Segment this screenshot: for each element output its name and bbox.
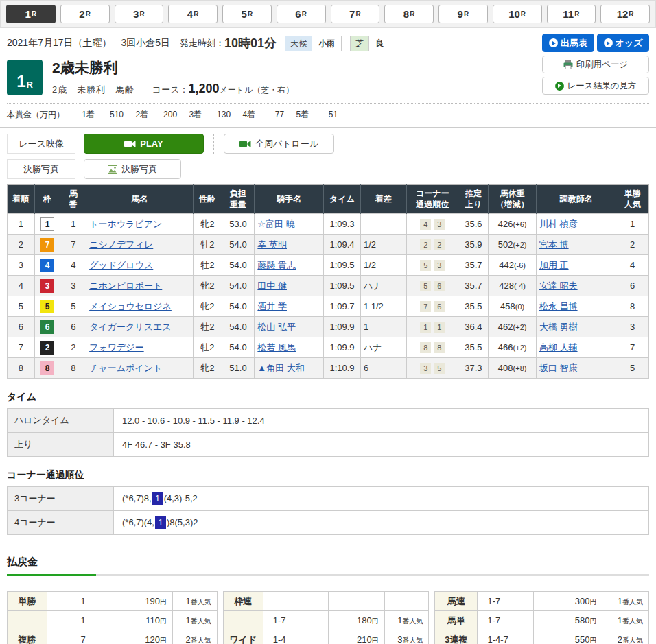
jockey-link[interactable]: 幸 英明	[257, 239, 287, 250]
table-row: 馬単 1-7 580円 1番人気	[435, 611, 649, 630]
race-tab-4[interactable]: 4R	[168, 5, 218, 23]
table-row: 3 4 4 グッドグロウス 牡2 54.0 藤懸 貴志 1:09.5 1/2 5…	[8, 255, 649, 276]
race-date: 2021年7月17日（土曜） 3回小倉5日	[7, 37, 170, 49]
section-title: 払戻金	[7, 556, 649, 569]
race-tab-11[interactable]: 11R	[547, 5, 596, 23]
horse-link[interactable]: トーホウラビアン	[89, 219, 162, 229]
horse-link[interactable]: メイショウセロジネ	[89, 301, 172, 311]
trainer-link[interactable]: 宮本 博	[539, 239, 569, 250]
horse-link[interactable]: フォワデジー	[89, 342, 144, 353]
race-tab-9[interactable]: 9R	[438, 5, 488, 23]
tab-label: 11	[563, 8, 574, 20]
col-corner-order: コーナー 通過順位	[407, 185, 458, 214]
patrol-video-button[interactable]: 全周パトロール	[224, 134, 334, 154]
results-guide-button[interactable]: レース結果の見方	[542, 77, 649, 95]
weather-value: 小雨	[312, 36, 341, 51]
jockey-link[interactable]: 酒井 学	[257, 301, 287, 311]
race-tab-2[interactable]: 2R	[60, 5, 110, 23]
course-label: コース：	[152, 84, 189, 95]
horse-link[interactable]: グッドグロウス	[89, 260, 153, 270]
table-row: 馬連 1-7 300円 1番人気	[435, 592, 649, 611]
jockey-link[interactable]: 松若 風馬	[257, 342, 296, 353]
video-camera-icon	[239, 140, 251, 148]
table-row: ハロンタイム 12.0 - 10.6 - 10.9 - 11.5 - 11.9 …	[8, 409, 649, 433]
tab-label: 8	[403, 8, 409, 20]
trainer-link[interactable]: 松永 昌博	[539, 301, 578, 311]
payout-table-exotics: 馬連 1-7 300円 1番人気 馬単 1-7 580円 1番人気 3連複 1-…	[434, 591, 649, 644]
turf-label: 芝	[351, 36, 368, 51]
col-jockey: 騎手名	[255, 185, 324, 214]
trainer-link[interactable]: 坂口 智康	[539, 363, 578, 373]
payout-table-win-place: 単勝 1 190円 1番人気 複勝 1 110円 1番人気 7 120円 2番人…	[7, 591, 218, 644]
last-furlongs-value: 4F 46.7 - 3F 35.8	[114, 433, 649, 457]
frame-badge: 8	[40, 361, 54, 375]
table-row: 5 5 5 メイショウセロジネ 牝2 54.0 酒井 学 1:09.7 1 1/…	[8, 296, 649, 317]
race-tab-1[interactable]: 1R	[6, 5, 56, 23]
winner-highlight: 1	[152, 492, 163, 505]
payout-section: 払戻金 単勝 1 190円 1番人気 複勝 1 110円 1番人気	[7, 556, 649, 644]
race-tab-3[interactable]: 3R	[115, 5, 164, 23]
bracket-quinella-label: 枠連	[223, 592, 263, 611]
col-body-weight: 馬体重 （増減）	[489, 185, 537, 214]
horse-link[interactable]: ニシノデフィレ	[89, 239, 153, 250]
place-label: 複勝	[8, 611, 47, 644]
race-video-label: レース映像	[7, 134, 75, 154]
entry-table-button[interactable]: 出馬表	[542, 34, 594, 52]
prize-money-row: 本賞金（万円） 1着510 2着200 3着130 4着77 5着51	[7, 104, 649, 127]
race-tab-7[interactable]: 7R	[331, 5, 380, 23]
start-time-label: 発走時刻：	[180, 37, 224, 49]
tab-label: 5	[242, 8, 247, 20]
race-tab-6[interactable]: 6R	[277, 5, 326, 23]
corner-3-order: (*6,7)8,1(4,3)-5,2	[114, 487, 649, 511]
jockey-link[interactable]: ▲角田 大和	[257, 363, 304, 373]
turf-value: 良	[368, 36, 390, 51]
trainer-link[interactable]: 安達 昭夫	[539, 281, 578, 291]
page-title: 2歳未勝利	[52, 58, 294, 77]
trainer-link[interactable]: 高柳 大輔	[539, 342, 578, 353]
time-section: タイム ハロンタイム 12.0 - 10.6 - 10.9 - 11.5 - 1…	[7, 391, 649, 457]
media-section: レース映像 PLAY 全周パトロール 決勝写真 決勝写真	[7, 134, 649, 179]
table-row: 3コーナー (*6,7)8,1(4,3)-5,2	[8, 487, 649, 511]
col-margin: 着差	[360, 185, 406, 214]
frame-badge: 3	[40, 279, 54, 293]
print-page-button[interactable]: 印刷用ページ	[542, 56, 649, 73]
jockey-link[interactable]: ☆富田 暁	[257, 219, 294, 229]
trainer-link[interactable]: 大橋 勇樹	[539, 322, 578, 332]
finish-photo-button[interactable]: 決勝写真	[84, 159, 181, 179]
trainer-link[interactable]: 加用 正	[539, 260, 569, 270]
weather-badge: 天候 小雨	[285, 36, 342, 51]
race-number-badge: 1R	[7, 60, 43, 95]
corner-3-label: 3コーナー	[8, 487, 114, 511]
col-last-3f: 推定 上り	[458, 185, 489, 214]
race-tab-bar: 1R 2R 3R 4R 5R 6R 7R 8R 9R 10R 11R 12R	[0, 0, 656, 28]
frame-badge: 1	[40, 217, 54, 231]
frame-badge: 7	[40, 238, 54, 252]
jockey-link[interactable]: 藤懸 貴志	[257, 260, 296, 270]
course-distance: 1,200	[188, 82, 219, 95]
horse-link[interactable]: チャームポイント	[89, 363, 162, 373]
play-video-button[interactable]: PLAY	[84, 134, 204, 154]
video-camera-icon	[124, 140, 136, 148]
trainer-link[interactable]: 川村 禎彦	[539, 219, 578, 229]
race-tab-12[interactable]: 12R	[600, 5, 650, 23]
col-finish-position: 着順	[8, 185, 35, 214]
printer-icon	[563, 60, 573, 69]
race-tab-10[interactable]: 10R	[493, 5, 542, 23]
col-horse-name: 馬名	[86, 185, 194, 214]
race-tab-8[interactable]: 8R	[384, 5, 434, 23]
race-tab-5[interactable]: 5R	[222, 5, 272, 23]
col-horse-number: 馬 番	[60, 185, 86, 214]
horse-link[interactable]: タイガークリスエス	[89, 322, 171, 332]
weather-label: 天候	[285, 36, 312, 51]
results-table: 着順 枠 馬 番 馬名 性齢 負担 重量 騎手名 タイム 着差 コーナー 通過順…	[7, 184, 649, 379]
jockey-link[interactable]: 田中 健	[257, 281, 287, 291]
tab-label: 2	[79, 8, 84, 20]
horse-link[interactable]: ニホンピロポート	[89, 281, 162, 291]
jockey-link[interactable]: 松山 弘平	[257, 322, 296, 332]
section-title: コーナー通過順位	[7, 469, 649, 481]
tab-label: 10	[508, 8, 520, 20]
race-conditions: 2歳 未勝利 馬齢 コース：1,200メートル（芝・右）	[52, 82, 294, 96]
furlong-time-label: ハロンタイム	[8, 409, 114, 433]
odds-button[interactable]: オッズ	[597, 34, 649, 52]
tab-label: 9	[458, 8, 463, 20]
